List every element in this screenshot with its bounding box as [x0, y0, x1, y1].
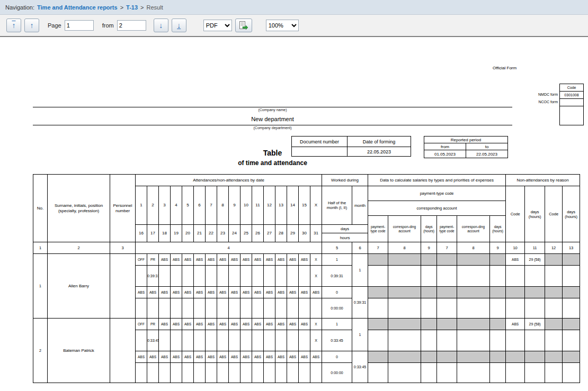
day-code-cell: ABS	[252, 287, 264, 298]
column-number: 11	[525, 242, 545, 254]
salary-data-cell	[421, 319, 437, 330]
header-sub-days: days (hours)	[490, 216, 506, 242]
salary-data-cell	[421, 287, 437, 298]
date-column-header: 17	[147, 225, 159, 242]
personnel-number-cell	[110, 254, 136, 319]
day-hours-cell	[275, 266, 287, 287]
day-hours-cell	[299, 266, 310, 287]
day-code-cell: OFF	[136, 319, 147, 330]
header-payment-code-band: payment-type code	[368, 186, 506, 201]
salary-data-cell	[457, 266, 490, 287]
date-column-header: 16	[136, 225, 147, 242]
date-column-header: 9	[229, 186, 240, 225]
salary-data-cell	[457, 319, 490, 330]
format-select[interactable]: PDF	[203, 20, 232, 31]
salary-data-cell	[490, 330, 506, 351]
day-code-cell: ABS	[299, 319, 310, 330]
day-code-cell: OFF	[136, 254, 147, 266]
day-code-cell: ABS	[287, 287, 299, 298]
day-hours-cell	[182, 266, 194, 287]
salary-data-cell	[437, 319, 457, 330]
nonattendance-days-cell: 29 (58)	[525, 254, 545, 266]
day-code-cell: ABS	[252, 351, 264, 363]
day-code-cell: ABS	[310, 351, 322, 363]
half-month-days-cell: 1	[322, 319, 352, 330]
salary-data-cell	[421, 298, 437, 319]
day-hours-cell	[171, 330, 182, 351]
day-code-cell: ABS	[287, 254, 299, 266]
day-hours-cell	[229, 298, 240, 319]
day-code-cell: ABS	[229, 287, 240, 298]
day-code-cell: ABS	[171, 287, 182, 298]
day-hours-cell	[217, 266, 229, 287]
column-number: 1	[33, 242, 48, 254]
day-code-cell: PR	[147, 319, 159, 330]
nonattendance-cell	[563, 351, 580, 363]
code-empty-cell	[560, 106, 584, 125]
t13-body: 1Allen BarryOFFPRABSABSABSABSABSABSABSAB…	[33, 254, 580, 383]
day-hours-cell	[252, 330, 264, 351]
day-hours-cell	[310, 363, 322, 383]
day-hours-cell	[275, 330, 287, 351]
day-code-cell: ABS	[299, 351, 310, 363]
salary-data-cell	[437, 266, 457, 287]
column-number: 7	[437, 242, 457, 254]
day-hours-cell	[147, 298, 159, 319]
total-pages-input[interactable]	[117, 20, 146, 31]
day-code-cell: ABS	[275, 287, 287, 298]
salary-data-cell	[490, 298, 506, 319]
salary-data-cell	[490, 287, 506, 298]
day-hours-cell	[287, 330, 299, 351]
day-hours-cell	[182, 298, 194, 319]
page-input[interactable]	[65, 20, 94, 31]
day-hours-cell: 0:39:31	[147, 266, 159, 287]
arrow-up-bar-icon: ↑	[12, 22, 16, 29]
last-page-button[interactable]: ↓	[172, 19, 186, 32]
header-worked-group: Worked during	[322, 175, 368, 186]
day-hours-cell	[240, 330, 252, 351]
day-hours-cell	[264, 330, 275, 351]
day-hours-cell	[287, 298, 299, 319]
nonattendance-days-cell: 29 (58)	[525, 319, 545, 330]
nonattendance-code-cell: ABS	[506, 319, 525, 330]
date-column-header: 3	[159, 186, 171, 225]
export-button[interactable]	[235, 19, 252, 32]
salary-data-cell	[457, 363, 490, 383]
prev-page-button[interactable]: ↑	[24, 19, 39, 32]
day-code-cell: ABS	[299, 254, 310, 266]
salary-data-cell	[437, 330, 457, 351]
nonattendance-cell	[563, 363, 580, 383]
employee-name-cell: Bateman Patrick	[48, 319, 110, 383]
header-personnel: Personnel number	[110, 175, 136, 242]
report-toolbar: ↑ ↑ Page from ↓ ↓ PDF 100%	[0, 15, 588, 37]
day-hours-cell	[217, 330, 229, 351]
day-hours-cell	[206, 330, 217, 351]
day-hours-cell	[310, 298, 322, 319]
day-hours-cell	[240, 363, 252, 383]
salary-data-cell	[421, 254, 437, 266]
day-code-cell: ABS	[264, 254, 275, 266]
salary-data-cell	[368, 298, 388, 319]
department-value: New department	[33, 116, 512, 122]
half-month-days-cell: 0	[322, 287, 352, 298]
day-hours-cell: X	[310, 330, 322, 351]
next-page-button[interactable]: ↓	[154, 19, 168, 32]
day-hours-cell	[194, 298, 206, 319]
day-code-cell: ABS	[264, 319, 275, 330]
day-code-cell: ABS	[206, 351, 217, 363]
day-code-cell: ABS	[147, 351, 159, 363]
nonattendance-cell	[525, 351, 545, 363]
zoom-select[interactable]: 100%	[266, 20, 299, 31]
breadcrumb-link-reports[interactable]: Time and Attendance reports	[37, 4, 118, 11]
day-code-cell: ABS	[206, 287, 217, 298]
half-month-hours-cell: 0:00:00	[322, 363, 352, 383]
date-column-header: 30	[299, 225, 310, 242]
breadcrumb-link-t13[interactable]: T-13	[126, 4, 138, 11]
date-column-header: 23	[217, 225, 229, 242]
first-page-button[interactable]: ↑	[6, 19, 21, 32]
day-hours-cell	[264, 266, 275, 287]
column-number: 6	[352, 242, 368, 254]
header-corresponding-band: corresponding account	[368, 201, 506, 216]
breadcrumb-separator: >	[120, 4, 123, 11]
salary-data-cell	[490, 363, 506, 383]
